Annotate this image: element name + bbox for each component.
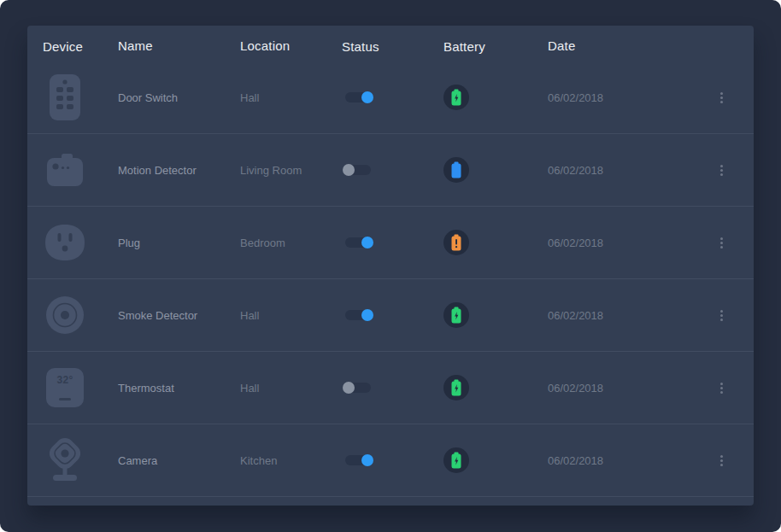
battery-charging-icon: [443, 375, 469, 400]
row-menu-button[interactable]: [717, 307, 726, 324]
row-menu-button[interactable]: [717, 452, 726, 470]
battery-charging-icon: [443, 302, 469, 328]
table-row: Camera Kitchen 06/02/2018: [27, 424, 754, 497]
table-row: 32° Thermostat Hall 06/02/2018: [27, 352, 754, 424]
row-menu-button[interactable]: [717, 379, 726, 397]
remote-icon: [43, 73, 87, 121]
device-date: 06/02/2018: [548, 164, 603, 177]
battery-charging-icon: [443, 447, 469, 473]
toggle-knob: [343, 382, 355, 394]
table-row: Motion Detector Living Room 06/02/2018: [27, 134, 754, 207]
toggle-knob: [361, 91, 373, 103]
table-row: Plug Bedroom 06/02/2018: [27, 207, 754, 279]
row-menu-button[interactable]: [717, 161, 726, 179]
status-toggle[interactable]: [345, 165, 371, 175]
table-row: Smoke Detector Hall 06/02/2018: [27, 279, 754, 352]
column-header-device: Device: [43, 39, 83, 54]
row-menu-button[interactable]: [717, 89, 726, 107]
toggle-knob: [361, 454, 373, 466]
device-date: 06/02/2018: [548, 91, 603, 104]
device-date: 06/02/2018: [548, 309, 603, 322]
column-header-battery: Battery: [443, 39, 485, 54]
motion-detector-icon: [43, 152, 87, 188]
toggle-knob: [361, 237, 373, 248]
device-location: Living Room: [240, 164, 302, 177]
device-location: Hall: [240, 382, 259, 395]
battery-full-icon: [443, 157, 469, 183]
status-toggle[interactable]: [345, 455, 371, 465]
device-location: Kitchen: [240, 454, 277, 467]
battery-charging-icon: [443, 85, 469, 110]
device-name: Door Switch: [118, 91, 178, 104]
device-date: 06/02/2018: [548, 382, 603, 395]
device-date: 06/02/2018: [548, 454, 603, 467]
column-header-date: Date: [548, 38, 576, 53]
device-date: 06/02/2018: [548, 237, 603, 249]
device-name: Thermostat: [118, 382, 174, 395]
column-header-status: Status: [342, 39, 379, 54]
device-location: Hall: [240, 91, 259, 104]
status-toggle[interactable]: [345, 310, 371, 320]
table-row: Door Switch Hall 06/02/2018: [27, 61, 754, 134]
column-header-name: Name: [118, 38, 153, 53]
camera-icon: [43, 436, 87, 484]
device-name: Plug: [118, 237, 140, 249]
device-table-card: Device Name Location Status Battery Date…: [27, 26, 754, 506]
plug-icon: [43, 224, 87, 261]
table-header-row: Device Name Location Status Battery Date: [27, 26, 754, 61]
thermostat-icon: 32°: [43, 368, 87, 407]
status-toggle[interactable]: [345, 237, 371, 248]
battery-low-icon: [443, 230, 469, 255]
device-location: Bedroom: [240, 237, 285, 249]
column-header-location: Location: [240, 38, 290, 53]
status-toggle[interactable]: [345, 92, 371, 102]
toggle-knob: [361, 309, 373, 321]
smoke-detector-icon: [43, 295, 87, 335]
row-menu-button[interactable]: [717, 234, 726, 252]
toggle-knob: [343, 164, 355, 176]
device-name: Smoke Detector: [118, 309, 197, 322]
thermostat-temperature-label: 32°: [56, 374, 73, 386]
status-toggle[interactable]: [345, 383, 371, 393]
device-name: Camera: [118, 454, 157, 467]
device-name: Motion Detector: [118, 164, 197, 177]
thermostat-bar: [59, 398, 71, 400]
device-location: Hall: [240, 309, 259, 322]
device-dashboard-screen: Device Name Location Status Battery Date…: [0, 0, 781, 532]
